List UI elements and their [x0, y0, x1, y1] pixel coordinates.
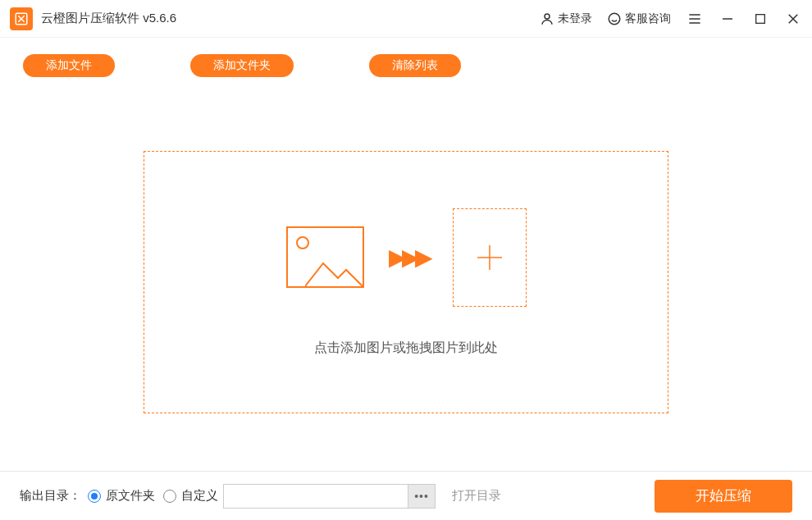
radio-indicator-icon: [88, 490, 101, 503]
path-input-group: •••: [223, 484, 436, 509]
clear-list-button[interactable]: 清除列表: [369, 54, 461, 77]
svg-point-2: [609, 13, 620, 25]
open-directory-link[interactable]: 打开目录: [452, 488, 501, 504]
dropzone[interactable]: ▶▶▶ 点击添加图片或拖拽图片到此处: [144, 151, 668, 413]
maximize-button[interactable]: [751, 10, 769, 28]
main-area: ▶▶▶ 点击添加图片或拖拽图片到此处: [0, 85, 812, 413]
app-logo-icon: [10, 7, 33, 30]
add-folder-button[interactable]: 添加文件夹: [190, 54, 294, 77]
titlebar: 云橙图片压缩软件 v5.6.6 未登录 客服咨询: [0, 0, 812, 38]
dropzone-hint: 点击添加图片或拖拽图片到此处: [314, 340, 498, 357]
support-label: 客服咨询: [625, 11, 671, 26]
radio-custom-label: 自定义: [181, 488, 218, 504]
start-compress-button[interactable]: 开始压缩: [655, 480, 792, 513]
minimize-button[interactable]: [718, 10, 737, 28]
plus-icon: [453, 208, 527, 307]
dropzone-graphics: ▶▶▶: [286, 208, 527, 307]
app-title: 云橙图片压缩软件 v5.6.6: [41, 11, 540, 26]
arrow-forward-icon: ▶▶▶: [389, 244, 428, 271]
titlebar-actions: 未登录 客服咨询: [540, 10, 802, 28]
close-button[interactable]: [784, 10, 802, 28]
login-status-label: 未登录: [558, 11, 592, 26]
toolbar: 添加文件 添加文件夹 清除列表: [0, 38, 812, 85]
svg-point-1: [545, 14, 550, 19]
output-path-input[interactable]: [223, 484, 408, 509]
menu-button[interactable]: [686, 10, 704, 28]
login-status-button[interactable]: 未登录: [540, 11, 592, 26]
radio-original-label: 原文件夹: [106, 488, 155, 504]
radio-indicator-icon: [163, 490, 176, 503]
image-icon: [286, 226, 364, 288]
add-file-button[interactable]: 添加文件: [23, 54, 115, 77]
svg-rect-3: [756, 14, 765, 23]
smile-icon: [607, 11, 622, 26]
output-dir-radio-group: 原文件夹 自定义: [88, 488, 218, 504]
output-dir-label: 输出目录：: [20, 488, 81, 504]
radio-original-folder[interactable]: 原文件夹: [88, 488, 155, 504]
user-icon: [540, 11, 554, 26]
radio-custom-folder[interactable]: 自定义: [163, 488, 218, 504]
browse-button[interactable]: •••: [408, 484, 436, 509]
support-button[interactable]: 客服咨询: [607, 11, 671, 26]
footer: 输出目录： 原文件夹 自定义 ••• 打开目录 开始压缩: [0, 471, 812, 520]
